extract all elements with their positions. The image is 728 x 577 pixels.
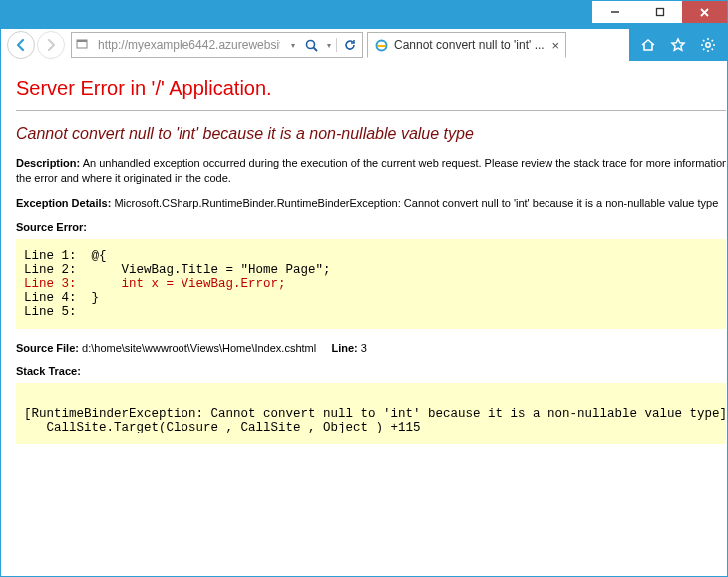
svg-rect-5: [77, 40, 87, 42]
code-line-3-error: Line 3: int x = ViewBag.Error;: [24, 277, 286, 291]
exception-label: Exception Details:: [16, 197, 111, 209]
tab-favicon-ie-icon: [374, 38, 388, 52]
tools-gear-icon[interactable]: [697, 34, 719, 56]
description-paragraph: Description: An unhandled exception occu…: [16, 156, 726, 186]
page-viewport[interactable]: Server Error in '/' Application. Cannot …: [2, 61, 726, 575]
svg-line-7: [313, 47, 317, 51]
address-dropdown-icon[interactable]: ▾: [286, 41, 300, 50]
code-line-4: Line 4: }: [24, 291, 99, 305]
forward-button[interactable]: [37, 31, 65, 59]
description-text: An unhandled exception occurred during t…: [16, 157, 726, 184]
home-icon[interactable]: [637, 34, 659, 56]
line-label: Line:: [331, 342, 357, 354]
exception-text: Microsoft.CSharp.RuntimeBinder.RuntimeBi…: [114, 197, 718, 209]
tab-close-button[interactable]: ×: [551, 38, 559, 53]
divider: [16, 110, 726, 111]
search-dropdown-icon[interactable]: ▾: [322, 41, 336, 50]
stack-trace-label: Stack Trace:: [16, 365, 726, 377]
address-bar[interactable]: ▾ ▾: [71, 32, 363, 58]
stack-line-1: [RuntimeBinderException: Cannot convert …: [24, 407, 726, 421]
description-label: Description:: [16, 157, 80, 169]
site-security-icon: [72, 39, 92, 51]
code-line-2: Line 2: ViewBag.Title = "Home Page";: [24, 263, 331, 277]
exception-paragraph: Exception Details: Microsoft.CSharp.Runt…: [16, 196, 726, 211]
tab-title: Cannot convert null to 'int' ...: [394, 38, 546, 52]
error-page: Server Error in '/' Application. Cannot …: [2, 61, 726, 476]
favorites-star-icon[interactable]: [667, 34, 689, 56]
line-value: 3: [361, 342, 367, 354]
search-icon[interactable]: [300, 39, 322, 52]
browser-tab[interactable]: Cannot convert null to 'int' ... ×: [367, 32, 566, 58]
stack-trace-codebox: [RuntimeBinderException: Cannot convert …: [16, 383, 726, 444]
back-button[interactable]: [7, 31, 35, 59]
window-close-button[interactable]: [682, 1, 727, 23]
svg-point-6: [306, 40, 314, 48]
window-title-bar: [1, 1, 727, 29]
svg-rect-1: [656, 9, 663, 16]
error-subheading: Cannot convert null to 'int' because it …: [16, 125, 726, 143]
code-line-5: Line 5:: [24, 305, 77, 319]
source-file-label: Source File:: [16, 342, 79, 354]
window-minimize-button[interactable]: [592, 1, 637, 23]
url-input[interactable]: [92, 38, 286, 52]
source-error-codebox: Line 1: @{ Line 2: ViewBag.Title = "Home…: [16, 239, 726, 329]
source-file-line: Source File: d:\home\site\wwwroot\Views\…: [16, 341, 726, 356]
refresh-button[interactable]: [336, 38, 362, 52]
window-maximize-button[interactable]: [637, 1, 682, 23]
source-file-value: d:\home\site\wwwroot\Views\Home\Index.cs…: [82, 342, 316, 354]
error-heading: Server Error in '/' Application.: [16, 77, 726, 100]
stack-line-2: CallSite.Target(Closure , CallSite , Obj…: [24, 421, 421, 434]
svg-point-9: [706, 43, 710, 47]
code-line-1: Line 1: @{: [24, 249, 107, 263]
source-error-label: Source Error:: [16, 221, 726, 233]
